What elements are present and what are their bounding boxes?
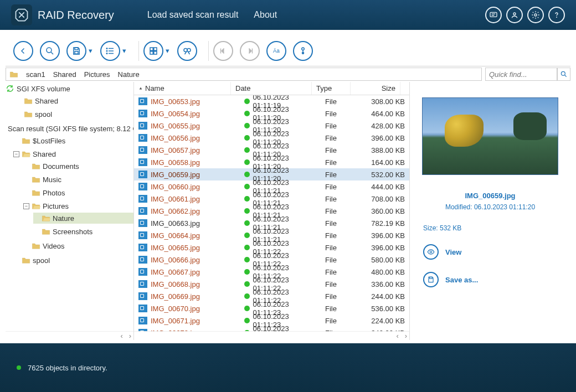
save-button[interactable]: [66, 41, 86, 61]
svg-rect-33: [430, 277, 433, 278]
tree-h-scrollbar[interactable]: ‹ ›: [6, 331, 133, 340]
status-dot-icon: [244, 147, 250, 153]
file-type: File: [325, 280, 337, 288]
file-name: IMG_00666.jpg: [151, 256, 200, 264]
grid-body[interactable]: IMG_00653.jpg06.10.2023 01:11:19File308.…: [134, 95, 409, 331]
file-name: IMG_00654.jpg: [151, 110, 200, 118]
file-name: IMG_00661.jpg: [151, 195, 200, 203]
image-file-icon: [138, 171, 147, 178]
status-bar: 7625 objects in directory.: [0, 343, 576, 392]
col-type[interactable]: Type: [312, 82, 351, 95]
tree-item-pictures[interactable]: −Pictures: [23, 200, 133, 212]
tree-item-spool[interactable]: spool: [16, 109, 133, 120]
path-row: scan1SharedPicturesNature: [6, 66, 570, 82]
header-help-icon[interactable]: [548, 7, 565, 23]
image-file-icon: [138, 146, 147, 154]
folder-icon: [22, 137, 30, 145]
collapse-icon[interactable]: −: [13, 151, 19, 157]
status-dot-icon: [244, 111, 250, 116]
zoom-button[interactable]: [40, 41, 60, 61]
file-name: IMG_00653.jpg: [151, 97, 200, 106]
file-size: 396.00 KB: [371, 231, 405, 240]
status-dot-icon: [244, 257, 250, 262]
header-feedback-icon[interactable]: [485, 7, 502, 23]
preview-view-button[interactable]: View: [423, 244, 461, 260]
grid-header: Name Date Type Size: [134, 82, 409, 95]
file-size: 782.19 KB: [371, 219, 405, 228]
breadcrumb[interactable]: scan1SharedPicturesNature: [6, 68, 482, 81]
filter-button[interactable]: [293, 41, 313, 61]
file-type: File: [325, 268, 337, 276]
status-dot-icon: [244, 172, 250, 177]
status-dot-icon: [244, 159, 250, 165]
header-account-icon[interactable]: [506, 7, 523, 23]
image-file-icon: [138, 97, 147, 105]
quick-find-button[interactable]: [557, 68, 570, 81]
folder-open-icon: [42, 214, 50, 222]
tree-volume-root[interactable]: SGI XFS volume: [6, 83, 133, 94]
tree-item-videos[interactable]: Videos: [23, 240, 133, 251]
file-type: File: [325, 244, 337, 252]
col-date[interactable]: Date: [231, 82, 312, 95]
svg-point-32: [430, 251, 432, 253]
breadcrumb-segment[interactable]: scan1: [26, 70, 45, 79]
tree-item-photos[interactable]: Photos: [23, 187, 133, 198]
list-options-button[interactable]: [100, 41, 120, 61]
tree-item-screenshots[interactable]: Screenshots: [33, 226, 133, 237]
file-name: IMG_00656.jpg: [151, 134, 200, 142]
header-settings-icon[interactable]: [527, 7, 544, 23]
col-size[interactable]: Size: [351, 82, 400, 95]
grid-h-scrollbar[interactable]: ‹ ›: [134, 331, 409, 340]
breadcrumb-segment[interactable]: Nature: [118, 70, 140, 79]
collapse-icon[interactable]: −: [23, 203, 29, 209]
tree-item-documents[interactable]: Documents: [23, 161, 133, 172]
image-file-icon: [138, 110, 147, 117]
file-type: File: [325, 317, 337, 325]
prev-button[interactable]: [213, 41, 233, 61]
preview-thumbnail: [422, 97, 558, 175]
preview-save-button[interactable]: Save as...: [423, 272, 478, 287]
save-dropdown-icon[interactable]: ▾: [89, 47, 92, 55]
file-size: 580.00 KB: [371, 256, 405, 264]
find-button[interactable]: [177, 41, 197, 61]
file-size: 444.00 KB: [371, 183, 405, 191]
file-name: IMG_00668.jpg: [151, 280, 200, 288]
eye-icon: [423, 244, 439, 260]
breadcrumb-segment[interactable]: Shared: [53, 70, 76, 79]
svg-point-27: [302, 48, 305, 50]
tree-item-nature[interactable]: Nature: [33, 213, 133, 224]
text-options-button[interactable]: Ää: [266, 41, 286, 61]
quick-find-input[interactable]: [485, 68, 557, 81]
file-row[interactable]: IMG_00672.jpg06.10.2023 01:11:23File340.…: [134, 327, 409, 331]
tree-scan-root[interactable]: Scan result (SGI XFS file system; 8.12 G…: [6, 123, 133, 134]
tree-item-music[interactable]: Music: [23, 174, 133, 185]
list-dropdown-icon[interactable]: ▾: [122, 47, 126, 55]
menu-about[interactable]: About: [254, 10, 277, 20]
col-name[interactable]: Name: [134, 82, 231, 95]
menu-load-saved[interactable]: Load saved scan result: [147, 10, 239, 20]
file-name: IMG_00663.jpg: [151, 219, 200, 228]
file-name: IMG_00660.jpg: [151, 183, 200, 191]
svg-point-4: [534, 14, 537, 16]
back-button[interactable]: [13, 41, 33, 61]
tree-item-spool2[interactable]: spool: [13, 255, 133, 266]
image-file-icon: [138, 207, 147, 215]
file-size: 708.00 KB: [371, 195, 405, 203]
breadcrumb-segment[interactable]: Pictures: [84, 70, 110, 79]
tree-item-shared2[interactable]: −Shared: [13, 148, 133, 159]
file-type: File: [325, 97, 337, 106]
file-name: IMG_00669.jpg: [151, 292, 200, 301]
svg-line-31: [565, 75, 567, 77]
next-button[interactable]: [240, 41, 260, 61]
file-name: IMG_00658.jpg: [151, 158, 200, 167]
view-mode-button[interactable]: [143, 41, 163, 61]
image-file-icon: [138, 244, 147, 251]
image-file-icon: [138, 134, 147, 142]
file-name: IMG_00671.jpg: [151, 317, 200, 325]
tree-item-shared[interactable]: Shared: [16, 95, 133, 106]
file-type: File: [325, 256, 337, 264]
view-dropdown-icon[interactable]: ▾: [166, 47, 169, 55]
tree-item-lostfiles[interactable]: $LostFiles: [13, 135, 133, 146]
status-dot-icon: [244, 245, 250, 250]
file-size: 532.00 KB: [371, 171, 405, 179]
